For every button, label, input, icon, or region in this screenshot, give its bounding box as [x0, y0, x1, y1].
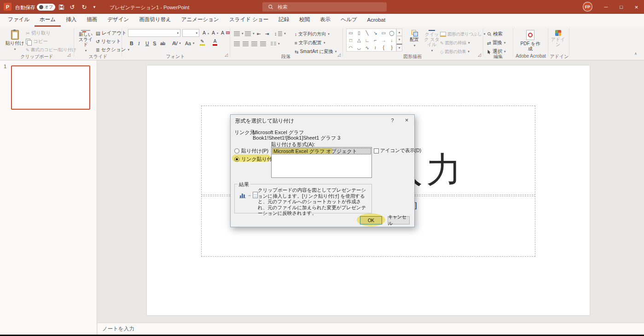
create-pdf-button[interactable]: PDF を作成: [520, 29, 540, 53]
cancel-button[interactable]: キャンセル: [388, 216, 410, 224]
columns-button[interactable]: ▾: [271, 40, 280, 47]
font-name-select[interactable]: ▾: [128, 29, 180, 37]
tab-acrobat[interactable]: Acrobat: [362, 14, 391, 27]
character-spacing-button[interactable]: AV ▾: [172, 40, 180, 47]
collapse-ribbon-button[interactable]: ∧: [634, 52, 637, 56]
list-item-excel-chart-object[interactable]: Microsoft Excel グラフ オブジェクト: [272, 148, 371, 154]
tab-review[interactable]: 校閲: [294, 14, 315, 27]
line-spacing-button[interactable]: ↕ ▾: [274, 30, 286, 37]
shape-cell[interactable]: □: [347, 36, 355, 44]
text-highlight-button[interactable]: ✎: [200, 39, 205, 46]
bullets-button[interactable]: ▾: [234, 30, 244, 37]
shape-cell[interactable]: ◯: [388, 29, 396, 36]
shape-cell[interactable]: ▭: [379, 29, 388, 36]
undo-button[interactable]: ↺: [68, 3, 76, 11]
change-case-button[interactable]: Aa ▾: [185, 40, 194, 47]
reset-button[interactable]: ↺ リセット: [96, 38, 121, 45]
tab-animations[interactable]: アニメーション: [176, 14, 224, 27]
tab-insert[interactable]: 挿入: [61, 14, 81, 27]
dialog-help-button[interactable]: ?: [389, 117, 396, 124]
section-button[interactable]: ≣ セクション ▾: [96, 46, 129, 53]
shape-outline-button[interactable]: ✎ 図形の枠線 ▾: [440, 39, 470, 47]
justify-button[interactable]: [260, 40, 266, 47]
shape-cell[interactable]: →: [379, 36, 388, 44]
numbering-button[interactable]: ▾: [245, 30, 255, 37]
arrange-button[interactable]: 配置 ▾: [406, 29, 423, 53]
underline-button[interactable]: U: [145, 40, 149, 47]
search-input[interactable]: [277, 4, 375, 10]
clipboard-dialog-launcher[interactable]: ◿: [67, 53, 70, 57]
align-center-button[interactable]: [243, 40, 249, 47]
shape-cell[interactable]: {: [379, 44, 388, 51]
drawing-dialog-launcher[interactable]: ◿: [478, 53, 481, 57]
grow-font-button[interactable]: A▴: [203, 29, 209, 36]
dialog-close-button[interactable]: ×: [403, 117, 411, 124]
save-button[interactable]: [57, 3, 65, 11]
paragraph-dialog-launcher[interactable]: ◿: [337, 53, 341, 57]
shape-cell[interactable]: △: [355, 36, 363, 44]
tab-draw[interactable]: 描画: [81, 14, 102, 27]
shape-cell[interactable]: ▭: [347, 29, 355, 36]
shape-cell[interactable]: ↓: [388, 36, 396, 44]
display-as-icon-checkbox[interactable]: アイコンで表示(D): [374, 147, 421, 154]
text-shadow-button[interactable]: S: [153, 40, 156, 47]
autosave-toggle[interactable]: オフ: [37, 4, 55, 11]
shape-cell[interactable]: ╲: [363, 29, 371, 36]
gallery-down-button[interactable]: ▾: [396, 36, 402, 43]
tab-design[interactable]: デザイン: [102, 14, 134, 27]
maximize-button[interactable]: □: [614, 0, 629, 14]
gallery-more-button[interactable]: ▾: [396, 44, 402, 52]
clear-formatting-button[interactable]: A: [221, 29, 230, 36]
layout-button[interactable]: ▤ レイアウト ▾: [96, 29, 130, 37]
align-left-button[interactable]: [234, 40, 240, 47]
quick-access-more-button[interactable]: ▾: [91, 4, 98, 10]
tab-transitions[interactable]: 画面切り替え: [134, 14, 176, 27]
tab-view[interactable]: 表示: [315, 14, 336, 27]
addins-button[interactable]: アドイン: [550, 29, 566, 53]
shape-cell[interactable]: ∟: [363, 36, 371, 44]
shape-cell[interactable]: ▯: [355, 29, 363, 36]
shape-cell[interactable]: }: [388, 44, 396, 51]
copy-button[interactable]: コピー: [26, 38, 48, 45]
text-direction-button[interactable]: ↕ 文字列の方向 ▾: [295, 30, 330, 38]
italic-button[interactable]: I: [138, 40, 140, 47]
shape-fill-button[interactable]: 図形の塗りつぶし ▾: [440, 30, 485, 38]
close-button[interactable]: ×: [629, 0, 644, 14]
slide-thumbnail[interactable]: [11, 65, 90, 110]
strikethrough-button[interactable]: ab: [160, 40, 165, 47]
redo-button[interactable]: ↻: [80, 3, 88, 11]
increase-indent-button[interactable]: ⇥: [265, 30, 269, 37]
tab-record[interactable]: 記録: [273, 14, 294, 27]
align-text-button[interactable]: ≡ 文字の配置 ▾: [295, 39, 325, 47]
replace-button[interactable]: ⇄ 置換 ▾: [487, 39, 505, 47]
tab-slideshow[interactable]: スライド ショー: [224, 14, 273, 27]
paste-button[interactable]: 貼り付け ▾: [6, 29, 24, 53]
new-slide-button[interactable]: 新しいスライド ▾: [76, 29, 95, 53]
shape-cell[interactable]: ≀: [371, 44, 380, 51]
shape-cell[interactable]: ◠: [347, 44, 355, 51]
paste-radio[interactable]: 貼り付け(P): [234, 147, 268, 154]
shape-cell[interactable]: ↘: [371, 29, 380, 36]
shape-cell[interactable]: ∿: [363, 44, 371, 51]
decrease-indent-button[interactable]: ⇤: [257, 30, 261, 37]
cut-button[interactable]: ✂ 切り取り: [26, 29, 51, 37]
find-button[interactable]: 検索: [487, 30, 503, 38]
font-size-select[interactable]: ▾: [182, 29, 199, 37]
notes-area[interactable]: ノートを入力: [98, 323, 644, 335]
shape-cell[interactable]: ◡: [355, 44, 363, 51]
quick-styles-button[interactable]: クイック スタイル ▾: [423, 29, 441, 53]
font-dialog-launcher[interactable]: ◿: [225, 53, 228, 57]
gallery-up-button[interactable]: ▴: [396, 29, 402, 36]
align-right-button[interactable]: [251, 40, 257, 47]
shape-cell[interactable]: ⌐: [371, 36, 380, 44]
paste-as-listbox[interactable]: Microsoft Excel グラフ オブジェクト: [271, 147, 372, 178]
minimize-button[interactable]: ─: [598, 0, 614, 14]
shrink-font-button[interactable]: A▾: [212, 29, 218, 36]
tab-file[interactable]: ファイル: [3, 14, 35, 27]
tab-help[interactable]: ヘルプ: [336, 14, 362, 27]
search-bar[interactable]: [262, 2, 387, 12]
font-color-button[interactable]: A: [213, 39, 217, 46]
user-avatar[interactable]: FP: [583, 2, 592, 12]
tab-home[interactable]: ホーム: [35, 14, 61, 27]
bold-button[interactable]: B: [130, 40, 133, 47]
